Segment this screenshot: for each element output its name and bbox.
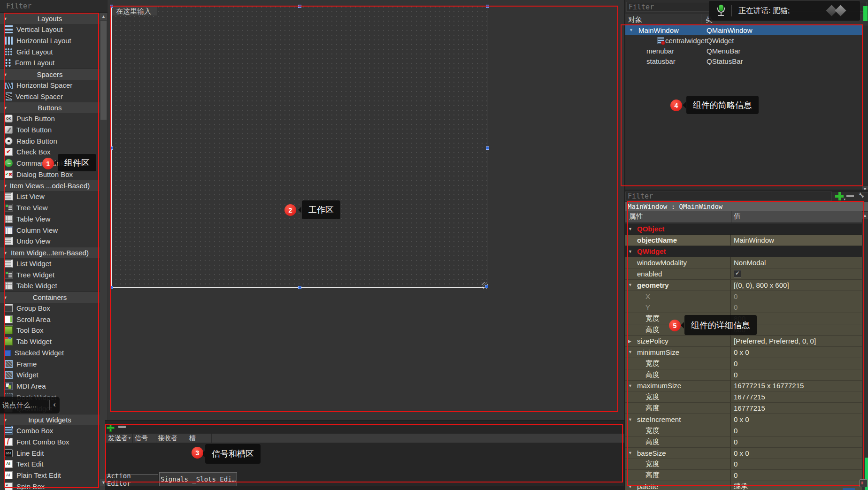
property-scrollbar[interactable] <box>862 219 868 490</box>
selection-handle[interactable] <box>486 146 489 150</box>
widget-box-item-combo-box[interactable]: Combo Box <box>0 425 100 436</box>
property-value[interactable]: 16777215 <box>731 403 862 413</box>
property-row-[interactable]: 高度16777215 <box>625 403 862 414</box>
chevron-down-icon[interactable]: ▼ <box>628 383 632 388</box>
widget-box-category-buttons[interactable]: ▼Buttons <box>0 102 100 113</box>
selection-handle[interactable] <box>485 285 488 288</box>
menubar-placeholder[interactable]: 在这里输入 <box>116 7 151 16</box>
inspector-row-menubar[interactable]: menubarQMenuBar <box>625 46 863 56</box>
checkbox-checked-icon[interactable]: ✓ <box>734 270 741 277</box>
selection-handle[interactable] <box>298 5 301 8</box>
tab-action-editor[interactable]: Action Editor <box>107 474 158 485</box>
widget-box-item-scroll-area[interactable]: Scroll Area <box>0 314 100 325</box>
widget-box-item-widget[interactable]: Widget <box>0 369 100 381</box>
widget-box-item-horizontal-spacer[interactable]: Horizontal Spacer <box>0 80 100 91</box>
widget-box-item-form-layout[interactable]: Form Layout <box>0 57 100 69</box>
property-value[interactable]: NonModal <box>731 257 862 268</box>
widget-box-item-tree-view[interactable]: Tree View <box>0 202 100 214</box>
widget-box-item-line-edit[interactable]: Line Edit <box>0 447 100 459</box>
widget-box-filter-input[interactable] <box>0 0 108 13</box>
connection-column-[interactable]: 接收者 <box>158 434 177 443</box>
chevron-down-icon[interactable]: ▼ <box>628 283 632 287</box>
chevron-right-icon[interactable]: ▶ <box>628 339 631 344</box>
property-value[interactable]: 0 <box>731 358 862 369</box>
property-column-header[interactable]: 属性 <box>629 212 643 221</box>
remove-property-icon[interactable] <box>846 195 854 197</box>
object-column-header[interactable]: 对象 <box>628 15 642 24</box>
widget-box-item-frame[interactable]: Frame <box>0 358 100 369</box>
scroll-up-icon[interactable]: ▲ <box>100 13 107 20</box>
property-value[interactable]: 0 x 0 <box>731 347 862 358</box>
property-row-[interactable]: 高度0 <box>625 369 862 381</box>
property-value[interactable]: 0 <box>731 302 862 313</box>
property-value[interactable]: 0 <box>731 291 862 302</box>
property-value[interactable]: 16777215 <box>731 391 862 402</box>
widget-box-item-undo-view[interactable]: Undo View <box>0 236 100 247</box>
connection-column-[interactable]: 槽 <box>189 434 196 443</box>
property-row-palette[interactable]: ▼palette继承 <box>625 481 862 490</box>
widget-box-item-column-view[interactable]: Column View <box>0 224 100 236</box>
property-row-objectname[interactable]: objectNameMainWindow <box>625 235 862 246</box>
chevron-down-icon[interactable]: ▼ <box>628 350 632 354</box>
property-row-[interactable]: 宽度0 <box>625 425 862 436</box>
property-row-y[interactable]: Y0 <box>625 302 862 314</box>
property-value[interactable]: [(0, 0), 800 x 600] <box>731 280 862 291</box>
inspector-row-statusbar[interactable]: statusbarQStatusBar <box>625 56 863 66</box>
property-filter-input[interactable] <box>625 191 832 201</box>
widget-box-item-vertical-layout[interactable]: Vertical Layout <box>0 24 100 35</box>
connection-column-[interactable]: 发送者 <box>108 434 128 443</box>
property-value[interactable]: 0 <box>731 369 862 380</box>
sort-indicator-icon[interactable]: ▼ <box>128 436 131 440</box>
widget-box-item-font-combo-box[interactable]: Font Combo Box <box>0 436 100 448</box>
connection-column-[interactable]: 信号 <box>135 434 148 443</box>
property-value[interactable]: 0 x 0 <box>731 414 862 425</box>
property-row-minimumsize[interactable]: ▼minimumSize0 x 0 <box>625 347 862 358</box>
selection-handle[interactable] <box>298 286 301 289</box>
property-row-geometry[interactable]: ▼geometry[(0, 0), 800 x 600] <box>625 280 862 291</box>
value-column-header[interactable]: 值 <box>734 212 741 221</box>
selection-handle[interactable] <box>110 146 113 150</box>
widget-box-item-group-box[interactable]: Group Box <box>0 303 100 314</box>
add-connection-icon[interactable] <box>107 424 115 432</box>
property-row-[interactable]: 高度0 <box>625 470 862 481</box>
property-row-windowmodality[interactable]: windowModalityNonModal <box>625 257 862 268</box>
property-row-[interactable]: 高度0 <box>625 436 862 448</box>
property-value[interactable]: 0 <box>731 470 862 481</box>
add-property-icon[interactable]: ▾ <box>835 192 844 200</box>
property-row-maximumsize[interactable]: ▼maximumSize16777215 x 16777215 <box>625 381 862 392</box>
widget-box-item-push-button[interactable]: Push Button <box>0 113 100 124</box>
widget-box-item-tool-box[interactable]: Tool Box <box>0 325 100 336</box>
chevron-down-icon[interactable]: ▼ <box>629 28 633 32</box>
widget-box-item-spin-box[interactable]: Spin Box <box>0 481 100 490</box>
inspector-row-centralwidget[interactable]: centralwidgetQWidget <box>625 35 863 46</box>
widget-box-item-table-widget[interactable]: Table Widget <box>0 280 100 291</box>
property-row-enabled[interactable]: enabled✓ <box>625 268 862 280</box>
chevron-down-icon[interactable]: ▼ <box>628 249 632 254</box>
property-row-x[interactable]: X0 <box>625 291 862 302</box>
property-value[interactable]: ✓ <box>731 268 862 279</box>
chevron-down-icon[interactable]: ▼ <box>628 417 632 422</box>
property-row-[interactable]: 宽度0 <box>625 358 862 369</box>
widget-box-category-layouts[interactable]: ▼Layouts <box>0 13 100 24</box>
widget-box-item-plain-text-edit[interactable]: Plain Text Edit <box>0 470 100 481</box>
widget-box-item-table-view[interactable]: Table View <box>0 214 100 225</box>
property-row-qobject[interactable]: ▼QObject <box>625 224 862 235</box>
property-value[interactable]: [Preferred, Preferred, 0, 0] <box>731 336 862 346</box>
chevron-down-icon[interactable]: ▼ <box>628 227 632 231</box>
widget-box-item-radio-button[interactable]: Radio Button <box>0 135 100 146</box>
configure-property-icon[interactable]: 🔧︎⌄ <box>858 191 867 200</box>
widget-box-item-tool-button[interactable]: Tool Button <box>0 124 100 136</box>
property-value[interactable]: 0 x 0 <box>731 448 862 459</box>
widget-box-item-mdi-area[interactable]: MDI Area <box>0 381 100 392</box>
selection-handle[interactable] <box>110 286 113 289</box>
property-value[interactable]: 0 <box>731 436 862 447</box>
widget-box-item-horizontal-layout[interactable]: Horizontal Layout <box>0 35 100 46</box>
inspector-row-mainwindow[interactable]: ▼MainWindowQMainWindow <box>625 25 863 35</box>
widget-box-item-list-widget[interactable]: List Widget <box>0 258 100 269</box>
property-value[interactable]: 16777215 x 16777215 <box>731 381 862 391</box>
property-row-[interactable]: 宽度0 <box>625 459 862 470</box>
widget-box-category-item-views-odel-based[interactable]: ▼Item Views ...odel-Based) <box>0 180 100 191</box>
remove-connection-icon[interactable] <box>118 426 126 428</box>
widget-box-item-text-edit[interactable]: Text Edit <box>0 459 100 470</box>
widget-box-category-input-widgets[interactable]: ▼Input Widgets <box>0 414 100 425</box>
